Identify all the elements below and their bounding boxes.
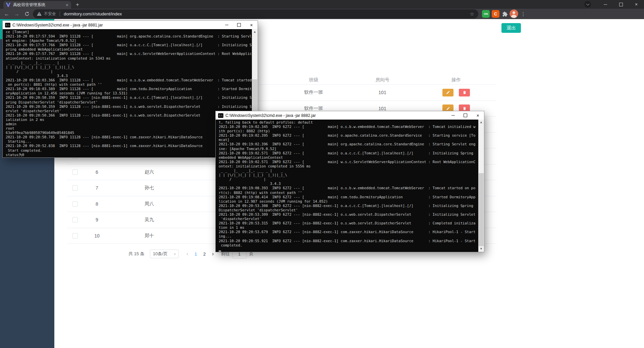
scroll-up-icon[interactable]: ▲ <box>252 29 258 35</box>
not-secure-warning-icon[interactable] <box>37 12 42 16</box>
browser-tab-strip: 高校宿舍管理系统 × + × <box>0 0 644 9</box>
site-favicon-icon <box>6 3 10 7</box>
extension-c-icon[interactable]: C <box>492 10 499 18</box>
cell-name: 赵六 <box>111 169 188 175</box>
cell-room: 101 <box>349 90 416 95</box>
page-number-2[interactable]: 2 <box>200 252 209 257</box>
cmd-8882-minimize-button[interactable] <box>447 111 459 120</box>
url-separator <box>60 11 60 16</box>
bookmark-star-icon[interactable]: ☆ <box>470 11 474 17</box>
back-button[interactable]: ← <box>2 9 11 19</box>
cmd-8882-output: t, falling back to default profiles: def… <box>216 120 484 248</box>
cmd-8882-close-button[interactable]: × <box>472 111 484 120</box>
cell-checkbox <box>67 169 83 175</box>
cmd-8881-close-button[interactable]: × <box>245 21 258 29</box>
address-bar[interactable]: 不安全 dormitory.com/#/student/index ☆ <box>33 9 478 18</box>
row-checkbox[interactable] <box>72 201 78 207</box>
pencil-icon <box>446 107 450 111</box>
tab-close-icon[interactable]: × <box>66 2 68 8</box>
cell-checkbox <box>67 217 83 222</box>
chevron-down-icon <box>586 2 589 6</box>
page-size-value: 10条/页 <box>153 251 168 257</box>
cell-name: 孙七 <box>111 185 188 191</box>
row-checkbox[interactable] <box>72 185 78 191</box>
minimize-icon <box>451 115 455 116</box>
trash-icon <box>463 90 467 94</box>
tab-title: 高校宿舍管理系统 <box>13 2 64 8</box>
cell-name: 吴九 <box>111 217 188 223</box>
cell-index: 6 <box>83 169 111 175</box>
trash-icon <box>463 107 467 111</box>
extension-on-icon[interactable]: ON <box>482 10 490 18</box>
maximize-icon <box>619 3 623 6</box>
cmd-8881-titlebar[interactable]: C:\ C:\Windows\System32\cmd.exe - java -… <box>3 21 258 29</box>
cell-class: 软件一班 <box>278 106 349 112</box>
window-minimize-button[interactable] <box>598 0 613 9</box>
cell-name: 郑十 <box>111 233 188 239</box>
pencil-icon <box>446 90 450 94</box>
header-cell-actions: 操作 <box>416 77 496 83</box>
avatar-icon <box>509 9 518 18</box>
reload-icon <box>24 11 30 16</box>
url-text[interactable]: dormitory.com/#/student/index <box>64 11 467 16</box>
window-maximize-button[interactable] <box>613 0 629 9</box>
profile-avatar[interactable] <box>509 9 518 18</box>
browser-tab[interactable]: 高校宿舍管理系统 × <box>3 1 71 9</box>
maximize-icon <box>237 23 241 27</box>
cell-index: 7 <box>83 185 111 191</box>
desktop: 高校宿舍管理系统 × + × ← → 不安全 dormitory.com/#/s… <box>0 0 644 348</box>
header-cell-class: 班级 <box>278 77 349 83</box>
cmd-8882-title: C:\Windows\System32\cmd.exe - java -jar … <box>225 113 447 118</box>
scroll-down-icon[interactable]: ▼ <box>478 246 484 252</box>
window-close-button[interactable]: × <box>629 0 644 9</box>
header-cell-room: 房间号 <box>349 77 416 83</box>
console-cursor <box>219 251 221 252</box>
cell-index: 9 <box>83 217 111 222</box>
row-checkbox[interactable] <box>72 217 78 222</box>
caret-down-icon: ▾ <box>174 252 176 256</box>
logout-button[interactable]: 退出 <box>501 23 521 33</box>
page-number-1[interactable]: 1 <box>192 252 200 257</box>
pagination-total: 共 15 条 <box>128 251 145 257</box>
cmd-8881-minimize-button[interactable] <box>220 21 233 29</box>
cell-index: 10 <box>83 233 111 238</box>
minimize-icon <box>225 25 228 25</box>
cmd-window-8882[interactable]: C:\ C:\Windows\System32\cmd.exe - java -… <box>216 111 484 252</box>
cell-checkbox <box>67 185 83 191</box>
cell-name: 周八 <box>111 201 188 207</box>
row-checkbox[interactable] <box>72 233 78 238</box>
security-label[interactable]: 不安全 <box>44 11 56 17</box>
row-checkbox[interactable] <box>72 169 78 175</box>
reload-button[interactable] <box>22 9 32 19</box>
new-tab-button[interactable]: + <box>76 1 79 8</box>
cmd-8881-title: C:\Windows\System32\cmd.exe - java -jar … <box>12 23 220 27</box>
cmd-8882-scrollbar[interactable]: ▲ ▼ <box>478 120 484 252</box>
prev-page-button[interactable]: ‹ <box>183 251 192 257</box>
cell-room: 101 <box>349 106 416 111</box>
maximize-icon <box>464 114 467 117</box>
scrollbar-thumb[interactable] <box>479 173 484 246</box>
cell-index: 8 <box>83 201 111 207</box>
cell-checkbox <box>67 201 83 207</box>
extensions-puzzle-icon[interactable] <box>501 10 509 18</box>
edit-button[interactable] <box>442 89 453 96</box>
forward-button[interactable]: → <box>12 9 21 19</box>
minimize-icon <box>604 4 607 5</box>
cmd-8882-maximize-button[interactable] <box>459 111 472 120</box>
cmd-icon: C:\ <box>218 113 223 118</box>
cmd-8882-titlebar[interactable]: C:\ C:\Windows\System32\cmd.exe - java -… <box>216 111 484 120</box>
cmd-8881-maximize-button[interactable] <box>233 21 245 29</box>
cmd-8882-console[interactable]: t, falling back to default profiles: def… <box>216 120 484 252</box>
page-size-select[interactable]: 10条/页 ▾ <box>150 250 179 258</box>
scroll-up-icon[interactable]: ▲ <box>478 120 484 125</box>
browser-toolbar: ← → 不安全 dormitory.com/#/student/index ☆ … <box>0 9 644 19</box>
cell-actions <box>416 89 496 96</box>
cell-checkbox <box>67 233 83 238</box>
cell-class: 软件一班 <box>278 89 349 95</box>
browser-menu-icon[interactable]: ⋮ <box>520 9 527 19</box>
cmd-icon: C:\ <box>5 23 10 27</box>
delete-button[interactable] <box>459 89 470 96</box>
tab-search-icon[interactable] <box>584 1 591 8</box>
puzzle-icon <box>502 11 508 17</box>
